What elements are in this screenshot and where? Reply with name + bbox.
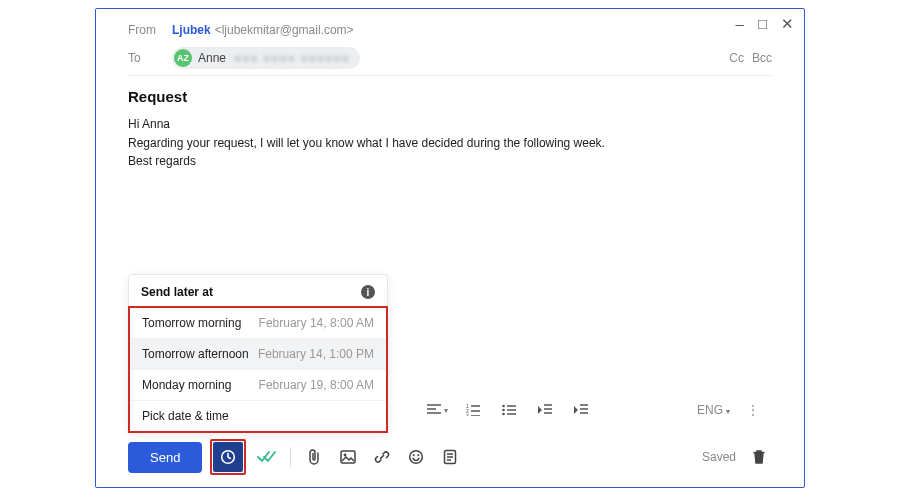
saved-status: Saved bbox=[702, 450, 736, 464]
to-label: To bbox=[128, 51, 172, 65]
svg-rect-7 bbox=[341, 451, 355, 463]
read-receipt-icon[interactable] bbox=[254, 444, 280, 470]
maximize-button[interactable]: □ bbox=[758, 15, 767, 33]
svg-text:3: 3 bbox=[466, 413, 469, 416]
numbered-list-icon[interactable]: 123 bbox=[460, 397, 486, 423]
subject-field[interactable]: Request bbox=[128, 88, 772, 105]
close-button[interactable]: ✕ bbox=[781, 15, 794, 33]
separator bbox=[290, 447, 291, 467]
indent-icon[interactable] bbox=[568, 397, 594, 423]
option-label: Tomorrow morning bbox=[142, 316, 241, 330]
svg-point-11 bbox=[418, 454, 420, 456]
option-label: Tomorrow afternoon bbox=[142, 347, 249, 361]
option-monday-morning[interactable]: Monday morning February 19, 8:00 AM bbox=[130, 369, 386, 400]
svg-point-4 bbox=[502, 409, 505, 412]
body-line: Hi Anna bbox=[128, 115, 772, 134]
option-label: Monday morning bbox=[142, 378, 231, 392]
body-line: Regarding your request, I will let you k… bbox=[128, 134, 772, 153]
cc-button[interactable]: Cc bbox=[729, 51, 744, 65]
template-icon[interactable] bbox=[437, 444, 463, 470]
emoji-icon[interactable] bbox=[403, 444, 429, 470]
clock-icon bbox=[220, 449, 236, 465]
send-button[interactable]: Send bbox=[128, 442, 202, 473]
link-icon[interactable] bbox=[369, 444, 395, 470]
bullet-list-icon[interactable] bbox=[496, 397, 522, 423]
option-time: February 14, 8:00 AM bbox=[259, 316, 374, 330]
send-later-popup: Send later at i Tomorrow morning Februar… bbox=[128, 274, 388, 433]
attachment-icon[interactable] bbox=[301, 444, 327, 470]
to-row: To AZ Anne ●●● ●●●● ●●●●●● Cc Bcc bbox=[128, 43, 772, 76]
compose-window: – □ ✕ From Ljubek <ljubekmitar@gmail.com… bbox=[95, 8, 805, 488]
image-icon[interactable] bbox=[335, 444, 361, 470]
from-name[interactable]: Ljubek bbox=[172, 23, 211, 37]
language-selector[interactable]: ENG bbox=[697, 403, 730, 417]
popup-options-highlight: Tomorrow morning February 14, 8:00 AM To… bbox=[128, 306, 388, 433]
from-email: <ljubekmitar@gmail.com> bbox=[215, 23, 354, 37]
option-time: February 14, 1:00 PM bbox=[258, 347, 374, 361]
align-menu[interactable] bbox=[424, 397, 450, 423]
from-label: From bbox=[128, 23, 172, 37]
format-toolbar: 123 bbox=[424, 397, 604, 423]
option-label: Pick date & time bbox=[142, 409, 229, 423]
schedule-highlight bbox=[210, 439, 246, 475]
option-tomorrow-morning[interactable]: Tomorrow morning February 14, 8:00 AM bbox=[130, 308, 386, 338]
svg-point-9 bbox=[410, 451, 423, 464]
bottom-toolbar: Send bbox=[128, 431, 772, 475]
outdent-icon[interactable] bbox=[532, 397, 558, 423]
bcc-button[interactable]: Bcc bbox=[752, 51, 772, 65]
option-tomorrow-afternoon[interactable]: Tomorrow afternoon February 14, 1:00 PM bbox=[130, 338, 386, 369]
minimize-button[interactable]: – bbox=[736, 15, 744, 33]
schedule-send-button[interactable] bbox=[213, 442, 243, 472]
popup-title: Send later at bbox=[141, 285, 213, 299]
recipient-chip[interactable]: AZ Anne ●●● ●●●● ●●●●●● bbox=[172, 47, 360, 69]
info-icon[interactable]: i bbox=[361, 285, 375, 299]
svg-point-3 bbox=[502, 405, 505, 408]
window-controls: – □ ✕ bbox=[736, 15, 794, 33]
trash-icon[interactable] bbox=[746, 444, 772, 470]
recipient-name: Anne bbox=[198, 51, 226, 65]
avatar: AZ bbox=[174, 49, 192, 67]
option-pick-date-time[interactable]: Pick date & time bbox=[130, 400, 386, 431]
body-line: Best regards bbox=[128, 152, 772, 171]
option-time: February 19, 8:00 AM bbox=[259, 378, 374, 392]
recipient-blurred: ●●● ●●●● ●●●●●● bbox=[234, 51, 350, 65]
svg-point-10 bbox=[413, 454, 415, 456]
svg-point-5 bbox=[502, 413, 505, 416]
more-menu-icon[interactable]: ⋮ bbox=[740, 397, 766, 423]
from-row: From Ljubek <ljubekmitar@gmail.com> bbox=[128, 19, 772, 43]
